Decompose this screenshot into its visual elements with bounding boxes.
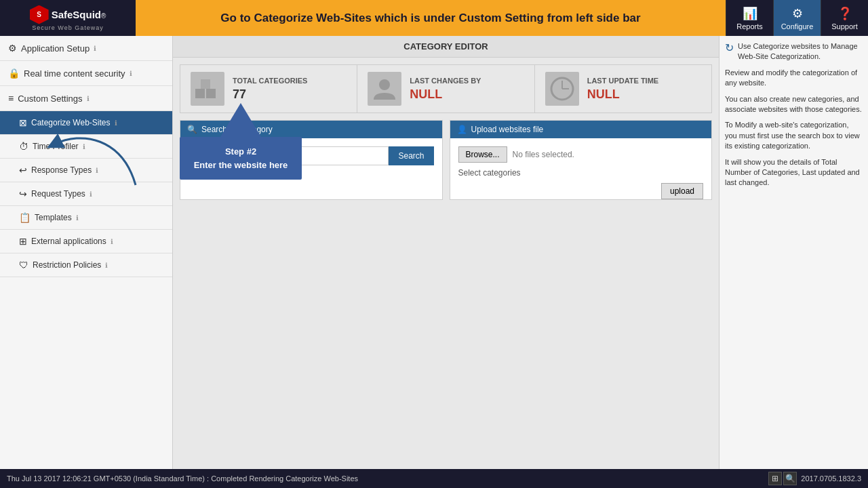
right-panel-text1: Use Categorize websites to Manage Web-Si… <box>738 41 863 62</box>
sidebar-item-label: Custom Settings <box>18 94 82 104</box>
sidebar-item-external-applications[interactable]: ⊞ External applications ℹ <box>0 230 172 253</box>
right-panel: ↻ Use Categorize websites to Manage Web-… <box>719 36 868 469</box>
upload-panel: 👤 Upload websites file Browse... No file… <box>450 120 713 200</box>
sidebar-item-label: Templates <box>35 213 72 222</box>
categorize-icon: ⊠ <box>19 117 27 128</box>
content-area: CATEGORY EDITOR TOTAL CATEGORIES 77 <box>173 36 719 469</box>
last-update-value: NULL <box>587 87 659 102</box>
refresh-icon[interactable]: ↻ <box>725 41 734 54</box>
support-label: Support <box>831 22 858 30</box>
info-icon-rqt: ℹ <box>90 190 92 198</box>
logo-shield: S <box>30 5 49 24</box>
last-changes-value: NULL <box>410 87 481 102</box>
right-panel-text3: You can also create new categories, and … <box>725 94 863 115</box>
step-text: Enter the website here <box>191 159 291 172</box>
svg-rect-2 <box>201 79 210 89</box>
sidebar-item-categorize-web-sites[interactable]: ⊠ Categorize Web-Sites ℹ <box>0 111 172 135</box>
custom-settings-icon: ≡ <box>8 93 14 104</box>
status-icon-2: 🔍 <box>783 472 797 485</box>
sidebar-item-label: Real time content security <box>24 68 125 79</box>
upload-panel-title: Upload websites file <box>471 125 544 134</box>
upload-panel-header: 👤 Upload websites file <box>450 121 712 138</box>
step-box: Step #2 Enter the website here <box>180 137 302 180</box>
last-changes-icon <box>368 72 401 106</box>
last-update-label: LAST UPDATE TIME <box>587 77 659 85</box>
templates-icon: 📋 <box>19 212 31 223</box>
sidebar-item-label: Restriction Policies <box>33 260 101 270</box>
status-text: Thu Jul 13 2017 12:06:21 GMT+0530 (India… <box>7 474 358 483</box>
step-label: Step #2 <box>191 145 291 159</box>
application-setup-icon: ⚙ <box>8 43 17 54</box>
last-update-info: LAST UPDATE TIME NULL <box>587 77 659 102</box>
sidebar-item-real-time-content-security[interactable]: 🔒 Real time content security ℹ <box>0 61 172 86</box>
right-panel-refresh: ↻ Use Categorize websites to Manage Web-… <box>725 41 863 68</box>
right-panel-text5: It will show you the details of Total Nu… <box>725 157 863 188</box>
banner-message: Go to Categorize Web-Sites which is unde… <box>136 0 726 36</box>
upload-row: Browse... No files selected. <box>458 146 704 163</box>
info-icon-rp: ℹ <box>105 262 108 269</box>
sidebar-item-time-profiler[interactable]: ⏱ Time Profiler ℹ <box>0 135 172 159</box>
right-panel-text4: To Modify a web-site's categorization, y… <box>725 120 863 151</box>
info-icon-tpl: ℹ <box>76 214 79 222</box>
version-text: 2017.0705.1832.3 <box>801 474 861 483</box>
step-annotation: Step #2 Enter the website here <box>180 104 302 180</box>
sidebar-item-response-types[interactable]: ↩ Response Types ℹ <box>0 159 172 182</box>
sidebar-item-label: External applications <box>31 237 106 246</box>
status-icon-1: ⊞ <box>768 472 782 485</box>
sidebar-item-label: Request Types <box>31 189 85 199</box>
sidebar-item-request-types[interactable]: ↪ Request Types ℹ <box>0 182 172 206</box>
sidebar-item-application-setup[interactable]: ⚙ Application Setup ℹ <box>0 36 172 61</box>
total-categories-value: 77 <box>233 87 307 102</box>
info-icon-cws: ℹ <box>115 119 117 127</box>
upload-header-icon: 👤 <box>457 125 467 134</box>
time-profiler-icon: ⏱ <box>19 141 28 152</box>
last-update-icon <box>545 72 579 106</box>
nav-buttons: 📊 Reports ⚙ Configure ❓ Support <box>726 0 868 36</box>
status-icons: ⊞ 🔍 <box>768 472 797 485</box>
info-icon-ea: ℹ <box>111 238 113 245</box>
nav-reports[interactable]: 📊 Reports <box>726 0 773 36</box>
external-apps-icon: ⊞ <box>19 236 27 247</box>
stat-last-changes-by: LAST CHANGES BY NULL <box>357 64 534 113</box>
content-title: CATEGORY EDITOR <box>173 36 719 58</box>
sidebar-item-label: Categorize Web-Sites <box>31 118 111 127</box>
nav-support[interactable]: ❓ Support <box>821 0 868 36</box>
sidebar-item-restriction-policies[interactable]: 🛡 Restriction Policies ℹ <box>0 253 172 277</box>
no-file-text: No files selected. <box>513 150 574 159</box>
reports-label: Reports <box>736 22 763 30</box>
sidebar-item-templates[interactable]: 📋 Templates ℹ <box>0 206 172 230</box>
configure-label: Configure <box>781 22 814 30</box>
sidebar-item-label: Response Types <box>31 165 92 175</box>
logo-subtitle: Secure Web Gateway <box>32 24 103 31</box>
status-bar: Thu Jul 13 2017 12:06:21 GMT+0530 (India… <box>0 469 868 488</box>
logo-area: S SafeSquid® Secure Web Gateway <box>0 0 136 36</box>
reports-icon: 📊 <box>743 6 757 21</box>
sidebar: ⚙ Application Setup ℹ 🔒 Real time conten… <box>0 36 173 469</box>
total-categories-info: TOTAL CATEGORIES 77 <box>233 77 307 102</box>
info-icon-cs: ℹ <box>87 95 90 102</box>
svg-rect-0 <box>195 89 205 98</box>
restriction-policies-icon: 🛡 <box>19 260 28 270</box>
last-changes-info: LAST CHANGES BY NULL <box>410 77 481 102</box>
last-changes-label: LAST CHANGES BY <box>410 77 481 85</box>
browse-button[interactable]: Browse... <box>458 146 507 163</box>
status-right: ⊞ 🔍 2017.0705.1832.3 <box>768 472 861 485</box>
sidebar-item-custom-settings[interactable]: ≡ Custom Settings ℹ <box>0 86 172 111</box>
main-layout: ⚙ Application Setup ℹ 🔒 Real time conten… <box>0 36 868 469</box>
request-types-icon: ↪ <box>19 188 27 199</box>
svg-point-3 <box>379 79 390 90</box>
support-icon: ❓ <box>837 6 852 21</box>
info-icon-rt: ℹ <box>96 167 98 174</box>
response-types-icon: ↩ <box>19 165 27 176</box>
nav-configure[interactable]: ⚙ Configure <box>773 0 821 36</box>
sidebar-item-label: Application Setup <box>21 43 90 54</box>
configure-icon: ⚙ <box>792 6 803 21</box>
right-panel-text2: Review and modify the categorization of … <box>725 68 863 89</box>
info-icon-tp: ℹ <box>83 143 85 150</box>
total-categories-icon <box>191 72 224 106</box>
upload-button[interactable]: upload <box>661 183 703 199</box>
select-categories-text: Select categories <box>458 168 704 178</box>
logo-text: SafeSquid® <box>52 9 106 20</box>
real-time-icon: 🔒 <box>8 68 20 79</box>
search-button[interactable]: Search <box>389 146 433 165</box>
